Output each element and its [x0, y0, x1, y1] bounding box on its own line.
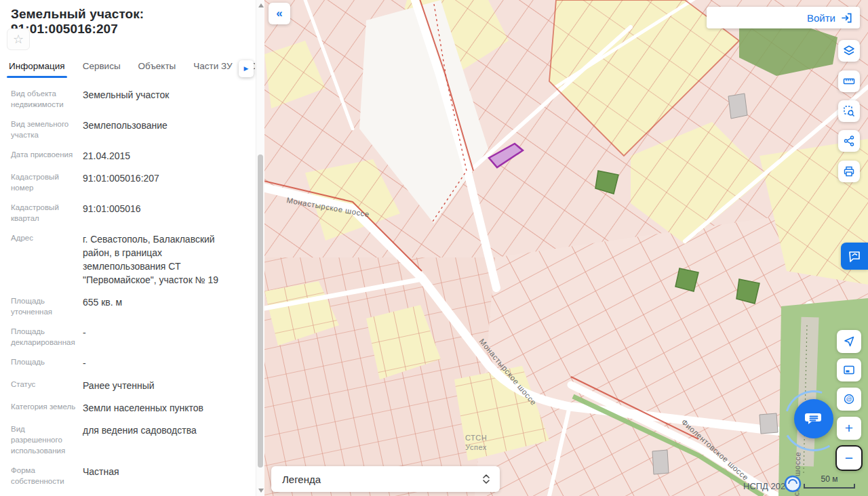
- at-search-icon: @: [843, 393, 855, 405]
- tab-chasti-zu[interactable]: Части ЗУ: [184, 58, 241, 77]
- collapse-panel-button[interactable]: «: [269, 3, 290, 24]
- attribute-row: Вид разрешенного использованиядля ведени…: [11, 423, 255, 456]
- coordinate-search-button[interactable]: @: [837, 388, 861, 411]
- scale-label: 50 м: [804, 474, 855, 484]
- minimap-button[interactable]: [837, 358, 861, 381]
- tab-bar: Информация Сервисы Объекты Части ЗУ Сост…: [0, 58, 255, 80]
- svg-text:@: @: [846, 396, 852, 402]
- nspd-logo-icon: [785, 476, 800, 491]
- minus-icon: −: [845, 450, 853, 466]
- share-icon: [843, 135, 855, 147]
- attribute-row: Площадь уточненная655 кв. м: [11, 295, 255, 317]
- nspd-cadastral-app: Монастырское шоссе Монастырское шоссе Фи…: [0, 0, 868, 496]
- feedback-tab-button[interactable]: [841, 243, 868, 270]
- attribute-row: Кадастровый квартал91:01:005016: [11, 202, 255, 224]
- scale-bar: 50 м: [804, 474, 855, 489]
- tab-servisy[interactable]: Сервисы: [74, 58, 130, 77]
- share-button[interactable]: [838, 130, 860, 152]
- chat-lines-icon: [804, 409, 823, 428]
- area-select-button[interactable]: [838, 100, 860, 122]
- map-attribution: НСПД 2025: [743, 481, 790, 491]
- attribute-row: Кадастровый номер91:01:005016:207: [11, 171, 255, 193]
- page-title: Земельный участок: 91:01:005016:207: [11, 7, 248, 37]
- attribute-row: Дата присвоения21.04.2015: [11, 149, 255, 163]
- zoom-in-button[interactable]: +: [837, 417, 861, 440]
- tab-obekty[interactable]: Объекты: [130, 58, 185, 77]
- scroll-down-arrow-icon[interactable]: [258, 489, 264, 493]
- printer-icon: [843, 165, 855, 178]
- login-icon: [840, 12, 853, 24]
- chevron-right-icon: ▶: [244, 65, 249, 72]
- star-icon: ☆: [13, 33, 24, 46]
- attribute-row: Категория земельЗемли населенных пунктов: [11, 401, 255, 415]
- cadastral-map[interactable]: Монастырское шоссе Монастырское шоссе Фи…: [264, 0, 868, 496]
- double-chevron-left-icon: «: [276, 7, 282, 20]
- print-button[interactable]: [838, 161, 860, 182]
- attribute-row: Адресг. Севастополь, Балаклавский район,…: [11, 232, 255, 287]
- legend-toggle[interactable]: Легенда: [271, 466, 500, 492]
- layers-icon: [843, 45, 855, 57]
- attribute-row: Вид земельного участкаЗемлепользование: [11, 119, 255, 140]
- login-label: Войти: [807, 12, 835, 24]
- poi-label-stsn: СТСН: [465, 434, 487, 442]
- minimap-icon: [843, 364, 855, 376]
- ruler-icon: [843, 75, 855, 87]
- measure-button[interactable]: [838, 70, 860, 92]
- attribute-row: Вид объекта недвижимостиЗемельный участо…: [11, 88, 255, 110]
- chevron-updown-icon: [481, 472, 491, 486]
- attribute-row: Площадь-: [11, 356, 255, 370]
- scale-rule: [804, 484, 855, 489]
- support-chat-fab[interactable]: [794, 399, 833, 438]
- zoom-out-button[interactable]: −: [835, 445, 863, 471]
- svg-text:Успех: Успех: [465, 443, 487, 451]
- favorite-button[interactable]: ☆: [7, 28, 30, 50]
- info-panel: Земельный участок: 91:01:005016:207 ☆ Ин…: [0, 0, 264, 496]
- login-bar[interactable]: Войти: [707, 7, 860, 28]
- geolocation-button[interactable]: [837, 330, 861, 353]
- tabs-scroll-right-button[interactable]: ▶: [239, 60, 254, 77]
- attribute-row: Форма собственностиЧастная: [11, 465, 255, 487]
- tab-informatsiya[interactable]: Информация: [0, 58, 74, 77]
- scroll-up-arrow-icon[interactable]: [258, 3, 264, 7]
- attribute-row: СтатусРанее учтенный: [11, 379, 255, 392]
- plus-icon: +: [845, 420, 853, 436]
- scrollbar-thumb[interactable]: [258, 154, 263, 468]
- locate-arrow-icon: [843, 335, 855, 348]
- panel-scrollbar[interactable]: [256, 0, 264, 496]
- chat-bubble-icon: [847, 249, 862, 264]
- layers-button[interactable]: [838, 40, 860, 62]
- area-search-icon: [843, 105, 855, 117]
- attribute-list: Вид объекта недвижимостиЗемельный участо…: [0, 88, 255, 496]
- attribute-row: Площадь декларированная-: [11, 326, 255, 348]
- legend-label: Легенда: [282, 474, 481, 485]
